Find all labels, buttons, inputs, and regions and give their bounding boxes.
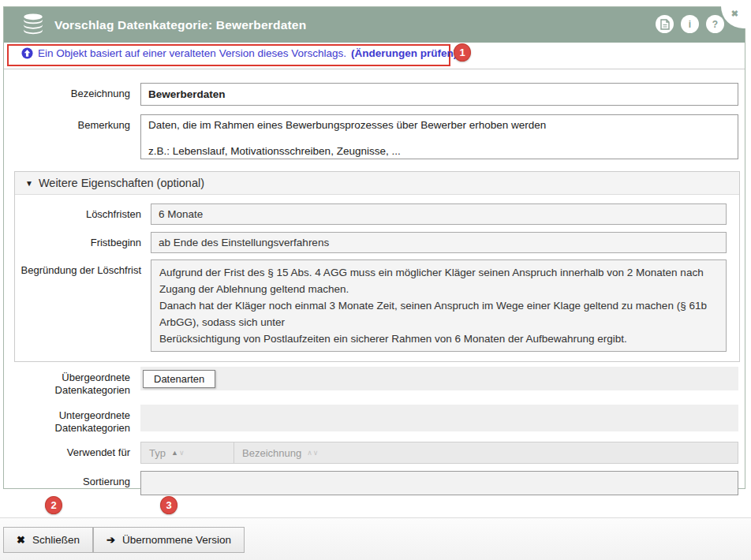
dialog-header: Vorschlag Datenkategorie: Bewerberdaten …	[4, 7, 745, 43]
fristbeginn-field: ab Ende des Einstellungsverfahrens	[151, 232, 727, 253]
verwendet-fuer-label: Verwendet für	[4, 442, 130, 459]
row-bemerkung: Bemerkung Daten, die im Rahmen eines Bew…	[4, 114, 745, 159]
uebergeordnete-label: Übergeordnete Datenkategorien	[4, 367, 130, 398]
column-header-bezeichnung[interactable]: Bezeichnung ∧∨	[234, 442, 738, 463]
column-header-typ[interactable]: Typ ▲∨	[141, 442, 234, 463]
alert-bar: Ein Objekt basiert auf einer veralteten …	[4, 43, 745, 69]
schliessen-button-label: Schließen	[32, 534, 80, 546]
untergeordnete-label: Untergeordnete Datenkategorien	[4, 405, 130, 435]
row-untergeordnete: Untergeordnete Datenkategorien	[4, 405, 745, 435]
form-body: Bezeichnung Bewerberdaten Bemerkung Date…	[4, 69, 745, 495]
database-icon	[23, 13, 43, 37]
bezeichnung-column-label: Bezeichnung	[242, 447, 301, 459]
screen: Vorschlag Datenkategorie: Bewerberdaten …	[0, 0, 751, 560]
check-changes-link[interactable]: (Änderungen prüfen).	[351, 47, 460, 59]
pdf-document-icon	[660, 19, 670, 30]
corner-notch: ✖	[721, 6, 745, 28]
info-icon[interactable]: i	[681, 15, 699, 33]
close-x-icon: ✖	[17, 534, 25, 546]
row-sortierung: Sortierung	[4, 471, 745, 495]
bezeichnung-field[interactable]: Bewerberdaten	[140, 83, 738, 106]
sort-icons-typ: ▲∨	[171, 449, 185, 457]
uebernommene-version-button-label: Übernommene Version	[122, 534, 231, 546]
annotation-badge-1: 1	[454, 43, 471, 62]
uebergeordnete-list: Datenarten	[140, 367, 738, 390]
alert-message: Ein Objekt basiert auf einer veralteten …	[38, 47, 346, 59]
schliessen-button[interactable]: ✖ Schließen	[3, 527, 93, 553]
untergeordnete-list	[140, 405, 738, 431]
circle-up-arrow-icon	[21, 47, 33, 59]
weitere-eigenschaften-title: Weitere Eigenschaften (optional)	[39, 177, 204, 189]
row-loeschfristen: Löschfristen 6 Monate	[15, 203, 739, 225]
close-icon[interactable]: ✖	[731, 9, 738, 19]
loeschfristen-field: 6 Monate	[151, 203, 727, 225]
collapse-triangle-icon: ▼	[25, 179, 33, 188]
footer-bar: ✖ Schließen ➔ Übernommene Version	[0, 517, 751, 560]
help-icon[interactable]: ?	[706, 15, 724, 33]
uebernommene-version-button[interactable]: ➔ Übernommene Version	[93, 527, 245, 553]
row-verwendet-fuer: Verwendet für Typ ▲∨ Bezeichnung ∧∨	[4, 442, 745, 464]
row-fristbeginn: Fristbeginn ab Ende des Einstellungsverf…	[15, 232, 739, 253]
row-begruendung: Begründung der Löschfrist Aufgrund der F…	[15, 259, 739, 352]
sortierung-field	[140, 471, 738, 495]
begruendung-field: Aufgrund der Frist des § 15 Abs. 4 AGG m…	[151, 259, 727, 352]
arrow-right-icon: ➔	[106, 534, 115, 546]
datenarten-button[interactable]: Datenarten	[143, 370, 215, 388]
begruendung-label: Begründung der Löschfrist	[15, 259, 141, 277]
dialog-title: Vorschlag Datenkategorie: Bewerberdaten	[54, 18, 306, 32]
weitere-eigenschaften-toggle[interactable]: ▼ Weitere Eigenschaften (optional)	[15, 172, 739, 195]
pdf-export-icon[interactable]	[656, 15, 674, 33]
fristbeginn-label: Fristbeginn	[15, 232, 141, 249]
verwendet-fuer-table-header: Typ ▲∨ Bezeichnung ∧∨	[140, 442, 738, 464]
dialog-vorschlag-datenkategorie: Vorschlag Datenkategorie: Bewerberdaten …	[3, 6, 745, 489]
header-toolbar: i ?	[656, 15, 724, 33]
weitere-eigenschaften-group: ▼ Weitere Eigenschaften (optional) Lösch…	[14, 171, 740, 362]
sortierung-label: Sortierung	[4, 471, 130, 488]
row-bezeichnung: Bezeichnung Bewerberdaten	[4, 83, 745, 106]
bemerkung-label: Bemerkung	[4, 114, 130, 132]
sort-icons-bezeichnung: ∧∨	[307, 449, 319, 457]
typ-column-label: Typ	[149, 447, 166, 459]
bemerkung-field[interactable]: Daten, die im Rahmen eines Bewerbungspro…	[140, 114, 738, 159]
bezeichnung-label: Bezeichnung	[4, 83, 130, 100]
annotation-badge-3: 3	[160, 496, 177, 514]
loeschfristen-label: Löschfristen	[15, 203, 141, 221]
row-uebergeordnete: Übergeordnete Datenkategorien Datenarten	[4, 367, 745, 398]
annotation-badge-2: 2	[45, 496, 62, 514]
